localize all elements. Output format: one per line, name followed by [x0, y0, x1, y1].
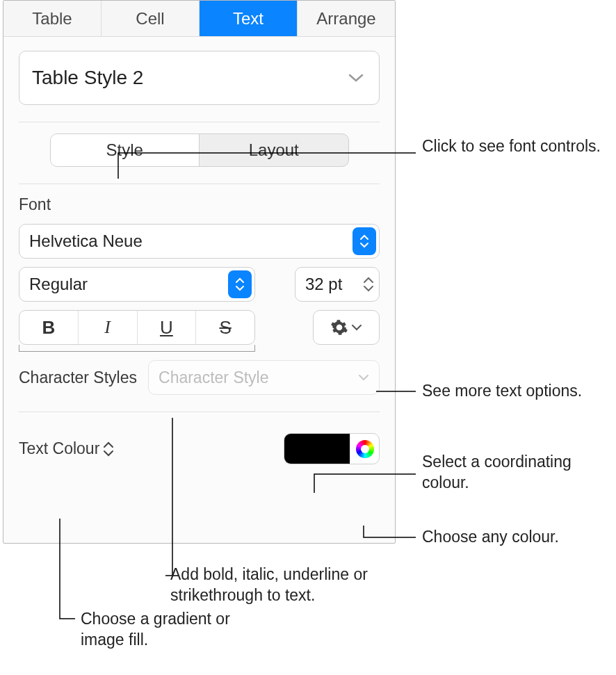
callout-select-colour: Select a coordinating colour.	[422, 452, 616, 494]
callout-gradient-fill: Choose a gradient or image fill.	[81, 609, 261, 651]
callout-font-controls: Click to see font controls.	[422, 136, 601, 157]
callout-bius: Add bold, italic, underline or strikethr…	[170, 564, 393, 606]
callout-more-options: See more text options.	[422, 381, 582, 402]
callout-any-colour: Choose any colour.	[422, 527, 559, 548]
